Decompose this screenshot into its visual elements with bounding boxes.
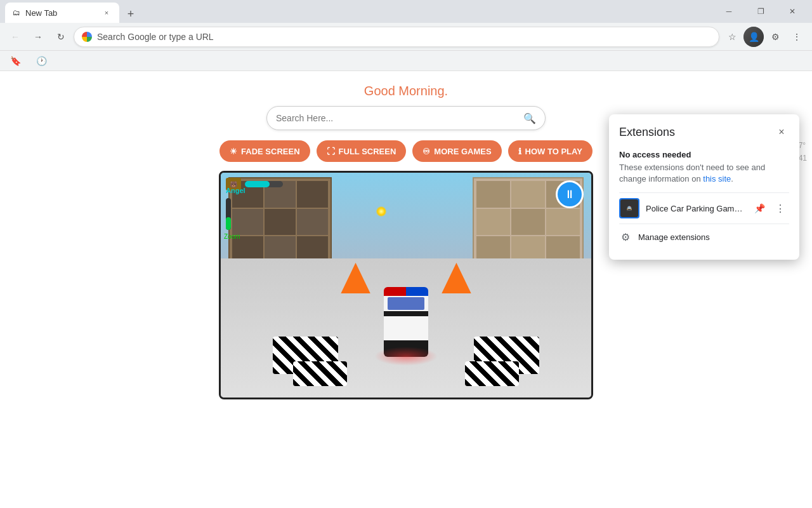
score-display: Angel bbox=[226, 187, 246, 194]
tab-title: New Tab bbox=[25, 8, 96, 18]
extension-menu-button[interactable]: ⋮ bbox=[771, 201, 789, 216]
game-frame[interactable]: 🐻 Angel Zoom bbox=[219, 171, 593, 399]
address-text: Search Google or type a URL bbox=[97, 32, 711, 42]
page-background: + × + × + + bbox=[0, 71, 812, 508]
number-top: 7° bbox=[799, 141, 807, 150]
ext-icon-inner: 🚔 bbox=[620, 199, 638, 217]
tab-close-btn[interactable]: × bbox=[102, 8, 112, 18]
no-access-desc: These extensions don't need to see and c… bbox=[619, 162, 789, 185]
toolbar-icons: ☆ 👤 ⚙ ⋮ bbox=[722, 27, 807, 47]
cone-right bbox=[442, 263, 471, 294]
forward-button[interactable]: → bbox=[28, 27, 48, 47]
more-label: MORE GAMES bbox=[434, 147, 491, 156]
window-controls: ─ ❐ ✕ bbox=[714, 1, 807, 22]
game-buttons-row: ☀ FADE SCREEN ⛶ FULL SCREEN ♾ MORE GAMES… bbox=[219, 140, 593, 162]
address-bar[interactable]: Search Google or type a URL bbox=[74, 27, 719, 47]
progress-bar-bg bbox=[226, 198, 231, 230]
profile-avatar: 👤 bbox=[743, 27, 764, 47]
fullscreen-icon: ⛶ bbox=[327, 147, 335, 156]
howto-icon: ℹ bbox=[518, 147, 521, 156]
how-to-play-button[interactable]: ℹ HOW TO PLAY bbox=[508, 140, 593, 162]
obstacle-front-left bbox=[293, 361, 346, 386]
greeting-text: Good Morning. bbox=[364, 84, 448, 98]
door-stripe bbox=[384, 311, 428, 316]
search-container: 🔍 bbox=[266, 106, 546, 130]
bookmark-bar: 🔖 🕐 bbox=[0, 51, 812, 71]
search-icon[interactable]: 🔍 bbox=[523, 112, 536, 124]
search-bar[interactable]: 🔍 bbox=[266, 106, 546, 130]
game-viewport: 🐻 Angel Zoom bbox=[219, 171, 593, 399]
bookmark-icon-btn[interactable]: 🔖 bbox=[5, 55, 26, 67]
extensions-popup: Extensions × No access needed These exte… bbox=[609, 114, 799, 260]
reload-button[interactable]: ↻ bbox=[51, 27, 71, 47]
windshield bbox=[388, 297, 424, 310]
bookmark-star: 🔖 bbox=[10, 56, 21, 66]
history-icon-btn[interactable]: 🕐 bbox=[31, 55, 52, 67]
active-tab[interactable]: 🗂 New Tab × bbox=[5, 3, 119, 23]
health-bar-bg bbox=[245, 181, 283, 187]
extension-name: Police Car Parking Game New T... bbox=[646, 204, 745, 213]
no-access-title: No access needed bbox=[619, 150, 789, 159]
history-clock: 🕐 bbox=[36, 56, 47, 66]
new-tab-button[interactable]: + bbox=[122, 5, 140, 23]
full-screen-button[interactable]: ⛶ FULL SCREEN bbox=[317, 140, 407, 162]
game-scene: 🐻 Angel Zoom bbox=[221, 173, 591, 398]
bookmark-star-icon[interactable]: ☆ bbox=[722, 27, 742, 47]
minimize-button[interactable]: ─ bbox=[714, 1, 743, 22]
profile-button[interactable]: 👤 bbox=[743, 27, 764, 47]
fade-screen-button[interactable]: ☀ FADE SCREEN bbox=[219, 140, 310, 162]
extension-item: 🚔 Police Car Parking Game New T... 📌 ⋮ bbox=[619, 192, 789, 224]
back-button[interactable]: ← bbox=[5, 27, 25, 47]
no-access-text: These extensions don't need to see and c… bbox=[619, 163, 765, 184]
fade-label: FADE SCREEN bbox=[241, 147, 299, 156]
close-button[interactable]: ✕ bbox=[778, 1, 807, 22]
car-glow bbox=[374, 347, 438, 366]
no-access-period: . bbox=[731, 174, 733, 184]
more-games-button[interactable]: ♾ MORE GAMES bbox=[412, 140, 501, 162]
tab-strip: 🗂 New Tab × + bbox=[5, 0, 714, 23]
right-side-numbers: 7° 41 bbox=[799, 141, 807, 163]
search-input[interactable] bbox=[276, 113, 518, 123]
more-icon: ♾ bbox=[422, 147, 430, 156]
health-bar-fill bbox=[245, 181, 270, 187]
extension-icon: 🚔 bbox=[619, 198, 639, 218]
pause-icon: ⏸ bbox=[564, 188, 575, 201]
popup-close-button[interactable]: × bbox=[774, 124, 789, 140]
popup-header: Extensions × bbox=[619, 124, 789, 140]
title-bar: 🗂 New Tab × + ─ ❐ ✕ bbox=[0, 0, 812, 23]
popup-title: Extensions bbox=[619, 126, 675, 139]
cone-left bbox=[341, 263, 370, 294]
extensions-button[interactable]: ⚙ bbox=[765, 27, 785, 47]
chrome-menu-button[interactable]: ⋮ bbox=[787, 27, 807, 47]
number-bottom: 41 bbox=[799, 154, 807, 163]
fullscreen-label: FULL SCREEN bbox=[339, 147, 396, 156]
page-content: + × + × + + bbox=[0, 71, 812, 508]
obstacle-front-right bbox=[465, 361, 518, 386]
pause-button[interactable]: ⏸ bbox=[556, 180, 584, 208]
zoom-label: Zoom bbox=[224, 233, 240, 240]
progress-bar-fill bbox=[226, 217, 231, 230]
google-icon bbox=[82, 32, 92, 42]
toolbar: ← → ↻ Search Google or type a URL ☆ 👤 ⚙ … bbox=[0, 23, 812, 51]
manage-gear-icon: ⚙ bbox=[619, 231, 632, 243]
manage-extensions-row[interactable]: ⚙ Manage extensions bbox=[619, 224, 789, 250]
tab-favicon: 🗂 bbox=[13, 8, 20, 17]
this-site-link[interactable]: this site bbox=[703, 174, 731, 184]
howto-label: HOW TO PLAY bbox=[525, 147, 582, 156]
manage-label: Manage extensions bbox=[638, 232, 710, 242]
pin-icon: 📌 bbox=[754, 203, 765, 213]
fade-icon: ☀ bbox=[230, 147, 237, 156]
restore-button[interactable]: ❐ bbox=[746, 1, 775, 22]
browser-frame: 🗂 New Tab × + ─ ❐ ✕ ← → ↻ Search Google … bbox=[0, 0, 812, 508]
